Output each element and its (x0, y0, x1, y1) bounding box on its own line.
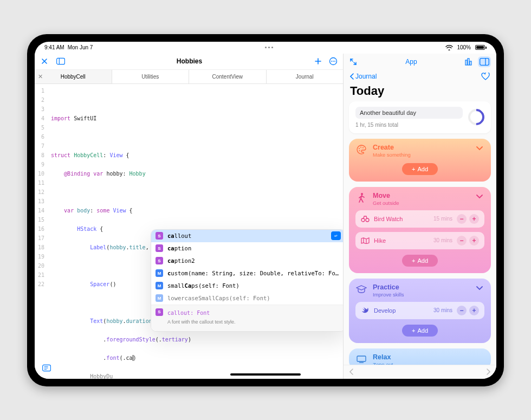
card-subtitle: Improve skills (373, 292, 469, 298)
tab-close-icon[interactable]: ✕ (38, 73, 43, 80)
map-icon (361, 236, 370, 245)
card-title: Move (373, 192, 469, 199)
card-title: Relax (373, 353, 484, 361)
chevron-down-icon[interactable] (475, 192, 484, 202)
hobby-card-create: Create Make something +Add (349, 139, 491, 182)
add-button[interactable]: +Add (402, 163, 438, 175)
project-title: Hobbies (65, 57, 314, 65)
tab-journal[interactable]: Journal (267, 70, 344, 83)
line-gutter: 12345678910111213141516171819202122 (35, 84, 48, 379)
activity-name: Develop (374, 307, 429, 314)
autocomplete-item[interactable]: M smallCaps(self: Font) (151, 280, 343, 292)
app-preview-pane: App Journal (344, 54, 496, 379)
autocomplete-popup[interactable]: S callout ↩ S caption S caption2 (151, 229, 343, 332)
preview-paging (344, 365, 496, 379)
status-date: Mon Jun 7 (68, 44, 93, 50)
svg-point-18 (359, 150, 360, 151)
next-arrow-icon[interactable] (485, 368, 491, 376)
plus-icon: + (412, 327, 415, 334)
activity-row[interactable]: Develop 30 mins − + (355, 302, 484, 319)
svg-rect-12 (470, 61, 471, 65)
hobby-card-practice: Practice Improve skills Develop 30 mins … (349, 279, 491, 343)
activity-duration: 30 mins (433, 237, 452, 243)
binoculars-icon (361, 215, 370, 223)
preview-app-label[interactable]: App (358, 58, 465, 66)
code-body[interactable]: 12345678910111213141516171819202122 impo… (35, 84, 343, 379)
walk-figure-icon (355, 192, 367, 204)
screen: 9:41 AM Mon Jun 7 100% (35, 42, 496, 379)
close-icon[interactable] (40, 57, 49, 66)
activity-duration: 15 mins (433, 216, 452, 222)
add-button[interactable]: +Add (402, 325, 438, 337)
chevron-down-icon[interactable] (475, 283, 484, 293)
sidebar-toggle-icon[interactable] (56, 57, 65, 66)
preview-nav: Journal (349, 70, 491, 83)
library-icon[interactable] (465, 57, 474, 66)
struct-badge-icon: S (156, 244, 163, 252)
plus-button[interactable]: + (469, 214, 479, 224)
multitask-dots-icon[interactable] (265, 47, 273, 48)
ipad-frame: 9:41 AM Mon Jun 7 100% (27, 34, 504, 386)
autocomplete-item[interactable]: S caption (151, 242, 343, 255)
home-indicator[interactable] (230, 373, 301, 376)
plus-icon[interactable] (314, 57, 322, 66)
palette-icon (355, 144, 367, 156)
svg-point-5 (334, 61, 335, 62)
autocomplete-item[interactable]: S caption2 (151, 255, 343, 267)
prev-arrow-icon[interactable] (349, 368, 354, 376)
autocomplete-item[interactable]: M lowercaseSmallCaps(self: Font) (151, 292, 343, 305)
card-title: Create (373, 144, 469, 151)
summary-card: Another beautiful day 1 hr, 15 mins tota… (349, 101, 491, 133)
minus-button[interactable]: − (457, 214, 467, 224)
code-editor-pane: Hobbies ✕ HobbyCell U (35, 54, 344, 379)
tab-hobbycell[interactable]: ✕ HobbyCell (35, 70, 112, 83)
battery-icon (474, 45, 487, 50)
back-button[interactable]: Journal (350, 73, 377, 80)
expand-arrows-icon[interactable] (349, 57, 358, 66)
quantity-stepper: − + (457, 306, 479, 315)
autocomplete-footer: S callout: Font A font with the callout … (151, 305, 343, 331)
autocomplete-item[interactable]: S callout ↩ (151, 230, 343, 242)
battery-pct: 100% (457, 44, 471, 50)
plus-button[interactable]: + (469, 236, 479, 245)
preview-toolbar: App (344, 54, 496, 70)
svg-point-17 (362, 147, 364, 148)
svg-rect-10 (465, 60, 467, 65)
autocomplete-item[interactable]: M custom(name: String, size: Double, rel… (151, 267, 343, 280)
method-badge-icon: M (156, 294, 163, 302)
editor-toolbar: Hobbies (35, 54, 343, 70)
tv-icon (355, 353, 367, 365)
chevron-down-icon[interactable] (475, 144, 484, 153)
tab-contentview[interactable]: ContentView (189, 70, 267, 83)
add-button[interactable]: +Add (402, 255, 438, 267)
autocomplete-detail-title: callout: Font (167, 308, 236, 318)
tab-label: Utilities (141, 74, 159, 80)
more-ellipsis-icon[interactable] (329, 57, 338, 66)
activity-row[interactable]: Bird Watch 15 mins − + (355, 210, 484, 228)
tab-label: ContentView (212, 74, 243, 80)
minus-button[interactable]: − (457, 306, 467, 315)
activity-name: Bird Watch (374, 216, 429, 222)
activity-row[interactable]: Hike 30 mins − + (355, 232, 484, 249)
svg-point-4 (333, 61, 334, 62)
svg-rect-13 (480, 58, 489, 65)
svg-rect-22 (357, 356, 366, 361)
svg-point-21 (366, 218, 369, 222)
minus-button[interactable]: − (457, 236, 467, 245)
return-key-icon[interactable]: ↩ (331, 231, 341, 240)
tab-utilities[interactable]: Utilities (112, 70, 190, 83)
total-duration-label: 1 hr, 15 mins total (355, 122, 463, 128)
autocomplete-detail-sub: A font with the callout text style. (167, 318, 236, 327)
tab-label: Journal (296, 74, 314, 80)
svg-point-16 (360, 146, 361, 147)
activity-duration: 30 mins (433, 307, 452, 313)
journal-text-input[interactable]: Another beautiful day (355, 107, 463, 119)
doc-actions-icon[interactable] (42, 364, 51, 372)
heart-icon[interactable] (481, 72, 490, 81)
progress-ring-icon (465, 106, 488, 128)
back-label: Journal (355, 73, 377, 80)
plus-button[interactable]: + (469, 306, 479, 315)
hobby-card-relax: Relax Zone out (349, 348, 491, 365)
preview-mode-toggle[interactable] (478, 56, 491, 67)
svg-rect-11 (468, 59, 469, 65)
